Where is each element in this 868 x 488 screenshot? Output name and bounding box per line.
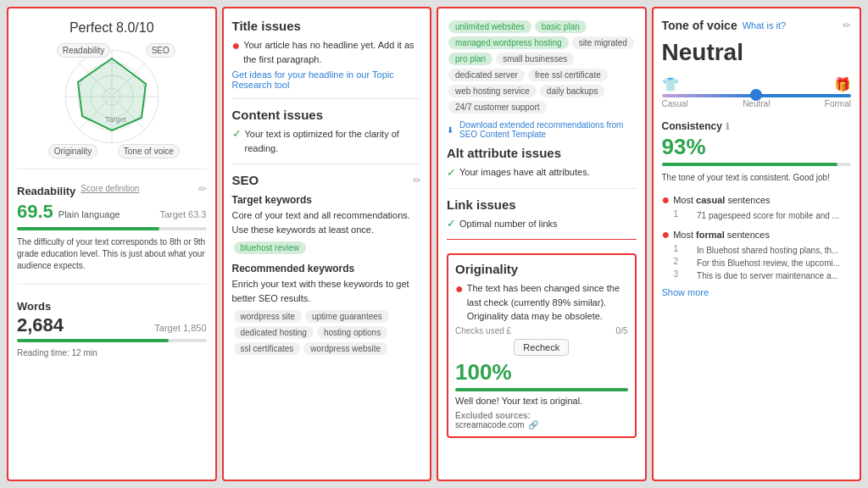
originality-title: Originality — [455, 262, 628, 276]
recommended-tag[interactable]: wordpress website — [303, 342, 387, 355]
title-issue-bullet: ● — [232, 38, 241, 53]
show-more-link[interactable]: Show more — [662, 287, 852, 297]
formal-icon: 🎁 — [834, 76, 851, 92]
top-tag[interactable]: basic plan — [535, 20, 587, 33]
top-tag[interactable]: unlimited websites — [448, 20, 531, 33]
top-tag[interactable]: managed wordpress hosting — [448, 36, 569, 49]
panel-originality: unlimited websitesbasic planmanaged word… — [437, 7, 647, 481]
originality-section: Originality ● The text has been changed … — [447, 253, 637, 438]
tov-desc: The tone of your text is consistent. Goo… — [662, 172, 852, 184]
what-is-it-link[interactable]: What is it? — [743, 20, 786, 30]
recommended-tag[interactable]: uptime guarantees — [305, 310, 389, 323]
recommended-tag[interactable]: wordpress site — [234, 310, 302, 323]
originality-score: 100% — [455, 359, 628, 385]
recommended-tag[interactable]: dedicated hosting — [234, 326, 314, 339]
formal-sentence-3: 3This is due to server maintenance a... — [674, 269, 852, 282]
content-issues-heading: Content issues — [232, 108, 422, 122]
tov-value: Neutral — [662, 39, 852, 66]
readability-score-row: 69.5 Plain language Target 63.3 — [17, 201, 207, 223]
readability-desc: The difficulty of your text corresponds … — [17, 236, 207, 272]
tov-edit-icon[interactable]: ✏ — [843, 19, 851, 31]
casual-label: Casual — [662, 99, 688, 108]
title-issue-text: Your article has no headline yet. Add it… — [243, 38, 421, 66]
consistency-progress — [662, 163, 852, 166]
svg-text:Target: Target — [105, 115, 127, 124]
title-issues-heading: Title issues — [232, 19, 422, 33]
seo-edit-icon[interactable]: ✏ — [413, 175, 421, 186]
score-def[interactable]: Score definition — [81, 184, 139, 193]
readability-score: 69.5 — [17, 201, 53, 223]
tone-slider[interactable]: 👕 🎁 Casual Neutral Formal — [662, 76, 852, 108]
checks-label: Checks used £ — [455, 326, 511, 336]
words-value: 2,684 — [17, 314, 64, 336]
formal-dot: ● — [662, 227, 670, 242]
panel-score: Perfect 8.0/10 Target Readability SEO Or… — [7, 7, 217, 481]
link-icon: 🔗 — [528, 420, 538, 430]
casual-sentences-label: Most casual sentences — [673, 195, 770, 205]
top-tag[interactable]: pro plan — [448, 53, 492, 65]
casual-sentences-header: ● Most casual sentences — [662, 192, 852, 208]
originality-bullet: ● — [455, 281, 464, 297]
target-tag[interactable]: bluehost review — [234, 241, 306, 254]
content-issue-row: ✓ Your text is optimized for the clarity… — [232, 127, 422, 155]
readability-fill — [17, 227, 159, 230]
score-suffix: /10 — [135, 20, 153, 35]
words-fill — [17, 339, 169, 342]
checks-row: Checks used £ 0/5 — [455, 326, 628, 336]
consistency-pct: 93% — [662, 134, 852, 160]
readability-target: Target 63.3 — [159, 209, 206, 219]
score-value: Perfect 8.0 — [70, 20, 135, 35]
recheck-button[interactable]: Recheck — [514, 339, 569, 356]
readability-progress — [17, 227, 207, 230]
recommended-tag[interactable]: ssl certificates — [234, 342, 301, 355]
alt-issue-text: Your images have alt attributes. — [459, 165, 590, 180]
alt-issues-title: Alt attribute issues — [447, 146, 637, 160]
radar-label-seo: SEO — [146, 43, 175, 58]
top-tag[interactable]: web hosting service — [448, 85, 537, 97]
download-link[interactable]: ⬇Download extended recommendations from … — [447, 120, 637, 139]
overall-score: Perfect 8.0/10 — [17, 19, 207, 36]
reading-time: Reading time: 12 min — [17, 348, 207, 358]
top-tag[interactable]: 24/7 customer support — [448, 101, 547, 114]
formal-label: Formal — [825, 99, 851, 108]
slider-track-container — [662, 94, 852, 97]
originality-warning: The text has been changed since the last… — [467, 281, 628, 324]
excluded-label: Excluded sources: — [455, 411, 628, 420]
top-tag[interactable]: dedicated server — [448, 69, 525, 81]
originality-fill — [455, 388, 628, 391]
formal-sentences-header: ● Most formal sentences — [662, 227, 852, 242]
recommended-tag[interactable]: hosting options — [317, 326, 387, 339]
radar-chart: Target Readability SEO Originality Tone … — [44, 42, 180, 160]
words-title: Words — [17, 300, 51, 313]
top-tag[interactable]: site migrated — [572, 36, 634, 49]
consistency-label: Consistency ℹ — [662, 120, 852, 132]
panel-tone-of-voice: Tone of voice What is it? ✏ Neutral 👕 🎁 … — [652, 7, 862, 481]
recommended-keywords-desc: Enrich your text with these keywords to … — [232, 277, 422, 305]
words-row: 2,684 Target 1,850 — [17, 314, 207, 336]
readability-edit-icon[interactable]: ✏ — [198, 183, 207, 195]
top-tag[interactable]: daily backups — [540, 85, 605, 97]
alt-issues-section: Alt attribute issues ✓ Your images have … — [447, 146, 637, 180]
download-icon: ⬇ — [447, 125, 453, 135]
topic-research-link[interactable]: Get ideas for your headline in our Topic… — [232, 69, 422, 90]
casual-sentence-1: 1 71 pagespeed score for mobile and ... — [674, 209, 852, 222]
top-tag[interactable]: small businesses — [496, 53, 574, 65]
radar-label-tone: Tone of voice — [118, 144, 180, 158]
casual-icon: 👕 — [662, 76, 679, 92]
top-tag[interactable]: free ssl certificate — [528, 69, 608, 81]
link-check: ✓ — [447, 217, 456, 230]
target-keywords-title: Target keywords — [232, 194, 422, 206]
radar-svg: Target — [44, 42, 180, 152]
formal-sentence-1: 1In Bluehost shared hosting plans, th... — [674, 244, 852, 257]
tov-header: Tone of voice What is it? ✏ — [662, 19, 852, 32]
well-done-text: Well done! Your text is original. — [455, 394, 628, 408]
formal-sentence-2: 2For this Bluehost review, the upcomi... — [674, 257, 852, 269]
top-tags-area: unlimited websitesbasic planmanaged word… — [447, 19, 637, 115]
recommended-tags-area: wordpress siteuptime guaranteesdedicated… — [232, 308, 422, 357]
seo-title: SEO — [232, 173, 259, 187]
words-target: Target 1,850 — [154, 323, 206, 333]
link-issues-section: Link issues ✓ Optimal number of links — [447, 197, 637, 231]
readability-header: Readability Score definition ✏ — [17, 178, 207, 199]
readability-title: Readability — [17, 185, 75, 197]
slider-thumb — [750, 89, 762, 101]
